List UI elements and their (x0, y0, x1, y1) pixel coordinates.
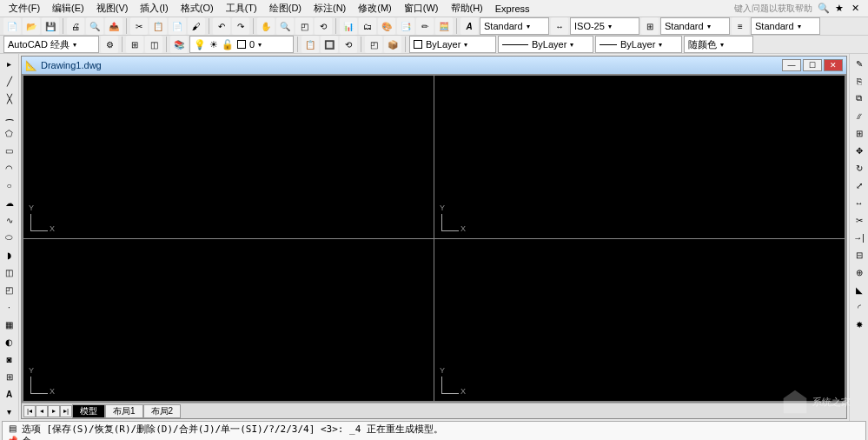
insertblock-tool[interactable]: ◫ (2, 264, 17, 280)
layer-dropdown[interactable]: 💡 ☀ 🔓 0▾ (189, 36, 294, 53)
scale-tool[interactable]: ⤢ (851, 177, 867, 193)
spline-tool[interactable]: ∿ (2, 212, 17, 228)
textstyle-dropdown[interactable]: Standard▾ (480, 17, 549, 35)
plotstyle-dropdown[interactable]: 随颜色▾ (684, 36, 753, 53)
mirror-tool[interactable]: ⧉ (851, 90, 867, 106)
tab-layout1[interactable]: 布局1 (105, 404, 143, 418)
search-icon[interactable]: 🔍 (818, 3, 830, 15)
menu-tools[interactable]: 工具(T) (221, 0, 262, 17)
makeblock-tool[interactable]: ◰ (2, 282, 17, 297)
zoom-button[interactable]: 🔍 (276, 17, 294, 35)
menu-view[interactable]: 视图(V) (91, 0, 134, 17)
cmdline-pin-icon[interactable]: 📌 (4, 435, 20, 440)
cmdline-handle-icon[interactable]: ▤ (4, 423, 20, 434)
undo-button[interactable]: ↶ (213, 17, 230, 35)
ellipse-tool[interactable]: ⬭ (2, 230, 17, 245)
tab-last-button[interactable]: ▸| (60, 405, 72, 417)
gradient-tool[interactable]: ◐ (2, 334, 17, 350)
viewport-top-left[interactable]: XY (23, 76, 434, 238)
mtext-tool[interactable]: A (2, 386, 17, 402)
table-tool[interactable]: ⊞ (2, 369, 17, 384)
sheetset-button[interactable]: 📑 (397, 17, 414, 35)
print-button[interactable]: 🖨 (67, 17, 84, 35)
menu-modify[interactable]: 修改(M) (353, 0, 397, 17)
menu-format[interactable]: 格式(O) (176, 0, 219, 17)
redo-button[interactable]: ↷ (232, 17, 249, 35)
command-window[interactable]: ▤ 📌 选项 [保存(S)/恢复(R)/删除(D)/合并(J)/单一(SI)/?… (2, 421, 866, 440)
workspace-dropdown[interactable]: AutoCAD 经典▾ (3, 36, 99, 53)
save-button[interactable]: 💾 (42, 17, 59, 35)
paste-button[interactable]: 📄 (169, 17, 186, 35)
grid-icon[interactable]: ⊞ (126, 36, 143, 53)
color-dropdown[interactable]: ByLayer▾ (409, 36, 496, 53)
tab-model[interactable]: 模型 (72, 404, 105, 418)
open-button[interactable]: 📂 (23, 17, 40, 35)
tablestyle-icon[interactable]: ⊞ (641, 17, 659, 35)
tab-handle-icon[interactable]: ▸ (2, 56, 17, 71)
region-tool[interactable]: ◙ (2, 351, 17, 367)
help-search-hint[interactable]: 键入问题以获取帮助 (734, 3, 812, 15)
layeriso-button[interactable]: 🔲 (321, 36, 338, 53)
maximize-button[interactable]: ☐ (803, 59, 822, 71)
offset-tool[interactable]: ⫽ (851, 108, 867, 123)
viewport-bottom-right[interactable]: XY (434, 239, 845, 402)
polygon-tool[interactable]: ⬠ (2, 125, 17, 141)
markup-button[interactable]: ✏ (416, 17, 434, 35)
rotate-tool[interactable]: ↻ (851, 160, 867, 176)
explode-tool[interactable]: ✸ (851, 317, 867, 332)
copy-button[interactable]: 📋 (149, 17, 167, 35)
chamfer-tool[interactable]: ◣ (851, 282, 867, 297)
pan-button[interactable]: ✋ (257, 17, 275, 35)
hatch-tool[interactable]: ▦ (2, 317, 17, 332)
preview-button[interactable]: 🔍 (86, 17, 103, 35)
arc-tool[interactable]: ◠ (2, 160, 17, 176)
new-button[interactable]: 📄 (3, 17, 21, 35)
menu-draw[interactable]: 绘图(D) (264, 0, 307, 17)
point-tool[interactable]: · (2, 299, 17, 315)
cut-button[interactable]: ✂ (130, 17, 148, 35)
erase-tool[interactable]: ✎ (851, 56, 867, 71)
close-button[interactable]: ✕ (824, 59, 843, 71)
rectangle-tool[interactable]: ▭ (2, 143, 17, 158)
command-input[interactable] (22, 436, 864, 440)
circle-tool[interactable]: ○ (2, 177, 17, 193)
toolpalette-button[interactable]: 🎨 (378, 17, 395, 35)
calc-button[interactable]: 🧮 (435, 17, 453, 35)
minimize-button[interactable]: — (782, 59, 801, 71)
mlstyle-dropdown[interactable]: Standard▾ (751, 17, 820, 35)
dimstyle-icon[interactable]: ↔ (551, 17, 568, 35)
bottom-handle-icon[interactable]: ▾ (2, 403, 17, 419)
line-tool[interactable]: ╱ (2, 73, 17, 89)
array-tool[interactable]: ⊞ (851, 125, 867, 141)
layerprops-button[interactable]: 📚 (170, 36, 188, 53)
ellipsearc-tool[interactable]: ◗ (2, 247, 17, 263)
properties-button[interactable]: 📊 (340, 17, 357, 35)
tab-first-button[interactable]: |◂ (23, 405, 36, 417)
dimstyle-dropdown[interactable]: ISO-25▾ (570, 17, 639, 35)
move-tool[interactable]: ✥ (851, 143, 867, 158)
zoomwin-button[interactable]: ◰ (295, 17, 313, 35)
break-tool[interactable]: ⊟ (851, 247, 867, 263)
tab-next-button[interactable]: ▸ (48, 405, 60, 417)
zoomprev-button[interactable]: ⟲ (315, 17, 332, 35)
revcloud-tool[interactable]: ☁ (2, 195, 17, 210)
mlstyle-icon[interactable]: ≡ (732, 17, 749, 35)
grid2-icon[interactable]: ◫ (145, 36, 162, 53)
join-tool[interactable]: ⊕ (851, 264, 867, 280)
fillet-tool[interactable]: ◜ (851, 299, 867, 315)
layerprev-button[interactable]: ⟲ (340, 36, 357, 53)
menu-help[interactable]: 帮助(H) (446, 0, 488, 17)
block-button[interactable]: ◰ (365, 36, 382, 53)
publish-button[interactable]: 📤 (105, 17, 123, 35)
menu-insert[interactable]: 插入(I) (135, 0, 173, 17)
copy-tool[interactable]: ⎘ (851, 73, 867, 89)
tab-prev-button[interactable]: ◂ (36, 405, 48, 417)
menu-express[interactable]: Express (490, 2, 535, 16)
viewport-top-right[interactable]: XY (434, 76, 845, 238)
star-icon[interactable]: ★ (833, 3, 845, 15)
dropdown-icon[interactable]: ✕ (849, 3, 861, 15)
viewport-bottom-left[interactable]: XY (23, 239, 434, 402)
menu-edit[interactable]: 编辑(E) (47, 0, 89, 17)
tablestyle-dropdown[interactable]: Standard▾ (660, 17, 730, 35)
trim-tool[interactable]: ✂ (851, 212, 867, 228)
